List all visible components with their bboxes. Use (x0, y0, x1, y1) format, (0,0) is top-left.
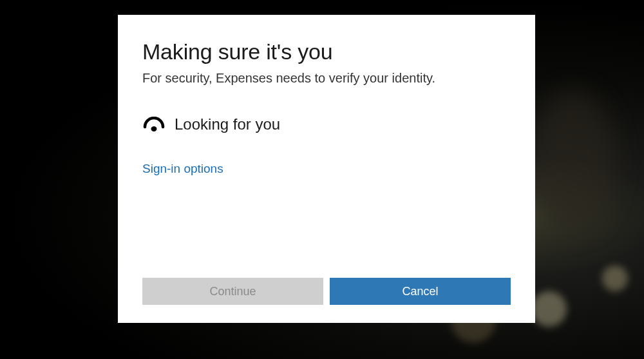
identity-verification-dialog: Making sure it's you For security, Expen… (118, 15, 535, 323)
button-row: Continue Cancel (142, 278, 511, 305)
svg-point-0 (151, 126, 157, 131)
status-row: Looking for you (142, 115, 511, 133)
continue-button: Continue (142, 278, 323, 305)
looking-eye-icon (142, 117, 166, 132)
dialog-subtitle: For security, Expenses needs to verify y… (142, 71, 511, 86)
sign-in-options-link[interactable]: Sign-in options (142, 162, 511, 176)
cancel-button[interactable]: Cancel (330, 278, 511, 305)
status-text: Looking for you (175, 115, 280, 133)
dialog-title: Making sure it's you (142, 39, 511, 64)
